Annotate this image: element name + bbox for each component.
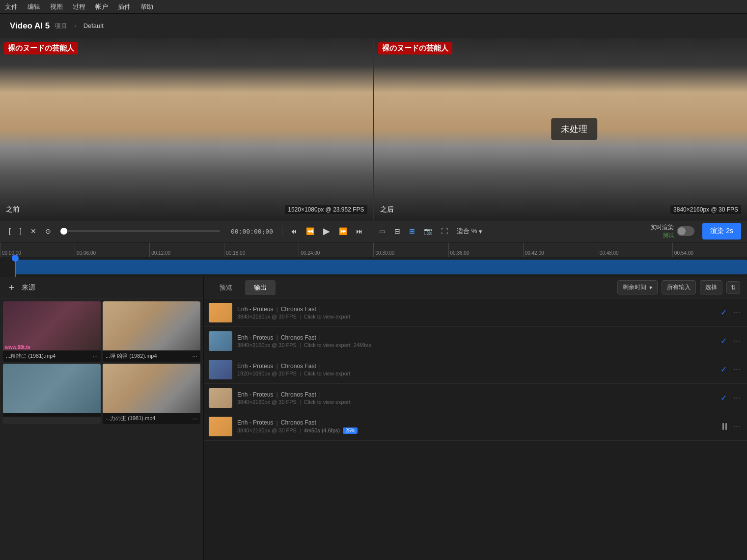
zoom-btn[interactable]: ⊙ [42, 225, 54, 237]
output-meta-4: 3840×2160px @ 30 FPS | Click to view exp… [237, 399, 712, 405]
output-more-3[interactable]: ··· [732, 363, 742, 376]
source-more-2[interactable]: ··· [192, 352, 197, 360]
progress-slider[interactable] [61, 230, 220, 232]
up-down-btn[interactable]: ⇅ [726, 281, 740, 294]
pause-btn-5[interactable] [722, 423, 727, 430]
output-thumb-3 [209, 360, 232, 379]
output-row-4[interactable]: Enh - Proteus | Chronos Fast | 3840×2160… [204, 384, 747, 412]
menu-edit[interactable]: 编辑 [28, 2, 40, 11]
clear-btn[interactable]: ✕ [28, 225, 39, 237]
meta-action-1: Click to view export [304, 314, 351, 320]
output-tags-5: Enh - Proteus | Chronos Fast | [237, 419, 718, 427]
menu-file[interactable]: 文件 [5, 2, 18, 11]
select-btn[interactable]: 选择 [700, 280, 722, 294]
output-check-1: ✓ [720, 308, 727, 317]
tab-output[interactable]: 输出 [245, 280, 276, 295]
capture-btn[interactable]: 📷 [421, 225, 435, 237]
fullscreen-btn[interactable]: ⛶ [438, 225, 451, 237]
tag-sep-5b: | [319, 419, 321, 427]
output-tags-2: Enh - Proteus | Chronos Fast | [237, 334, 712, 341]
sources-title: 来源 [22, 283, 35, 292]
source-item-1[interactable]: ...粗雑に (1981).mp4 ··· www.98t.tv [3, 301, 101, 362]
tag-sep-3b: | [319, 362, 321, 370]
tick-4: 00:24:00 [299, 242, 373, 257]
output-meta-2: 3840×2160px @ 30 FPS | Click to view exp… [237, 342, 712, 348]
tag-chronos-4: Chronos Fast [281, 391, 316, 398]
tag-sep-2b: | [319, 334, 321, 341]
fit-label: 适合 % [457, 227, 477, 236]
output-more-4[interactable]: ··· [732, 392, 742, 404]
step-back-btn[interactable]: ⏪ [303, 225, 317, 237]
output-row-3[interactable]: Enh - Proteus | Chronos Fast | 1920×1080… [204, 355, 747, 384]
source-footer-4: ...力の王 (1981).mp4 ··· [103, 413, 200, 424]
project-label[interactable]: 项目 [55, 22, 67, 30]
timeline-playhead[interactable] [15, 257, 16, 277]
source-thumb-1 [3, 301, 101, 350]
overlay-text-right: 裸のヌードの芸能人 [378, 42, 452, 54]
all-inputs-btn[interactable]: 所有输入 [662, 280, 696, 294]
tag-proteus-4: Enh - Proteus [237, 391, 273, 398]
tick-0: 00:00:00 [0, 242, 75, 257]
menu-view[interactable]: 视图 [50, 2, 63, 11]
overlay-text-left: 裸のヌードの芸能人 [4, 42, 78, 54]
tab-preview[interactable]: 预览 [211, 280, 241, 295]
step-forward-btn[interactable]: ⏩ [336, 225, 350, 237]
render-btn[interactable]: 渲染 2s [702, 223, 741, 240]
preview-after-label: 之后 [380, 205, 394, 214]
menu-plugin[interactable]: 插件 [118, 2, 131, 11]
pause-bar-2 [725, 423, 727, 430]
menu-help[interactable]: 帮助 [140, 2, 153, 11]
output-row-1[interactable]: Enh - Proteus | Chronos Fast | 3840×2160… [204, 298, 747, 327]
source-name-4: ...力の王 (1981).mp4 [106, 415, 155, 422]
output-more-1[interactable]: ··· [732, 306, 742, 319]
output-row-5[interactable]: Enh - Proteus | Chronos Fast | 3840×2160… [204, 412, 747, 441]
source-item-2[interactable]: ...弾 凶弾 (1982).mp4 ··· [103, 301, 200, 362]
bracket-open-btn[interactable]: [ [6, 225, 14, 237]
source-more-1[interactable]: ··· [92, 352, 98, 360]
menu-process[interactable]: 过程 [73, 2, 85, 11]
tag-proteus-5: Enh - Proteus [237, 419, 273, 426]
source-thumb-4 [103, 364, 200, 413]
output-tags-3: Enh - Proteus | Chronos Fast | [237, 362, 712, 370]
pause-bar-1 [722, 423, 724, 430]
meta-extra-2: 24Mb/s [354, 342, 371, 348]
menubar: 文件 编辑 视图 过程 帐户 插件 帮助 [0, 0, 747, 14]
sort-label: 剩余时间 [623, 283, 646, 292]
sources-panel: + 来源 ...粗雑に (1981).mp4 ··· www.98t.tv ..… [0, 277, 204, 560]
output-more-5[interactable]: ··· [732, 420, 742, 433]
source-item-4[interactable]: ...力の王 (1981).mp4 ··· [103, 364, 200, 424]
realtime-toggle[interactable] [677, 226, 694, 236]
output-more-2[interactable]: ··· [732, 335, 742, 347]
tag-sep-5a: | [276, 419, 277, 427]
fit-dropdown[interactable]: 适合 % ▾ [454, 225, 485, 238]
meta-action-2: Click to view export [304, 342, 351, 348]
meta-res-5: 3840×2160px @ 30 FPS [237, 427, 297, 433]
menu-account[interactable]: 帐户 [95, 2, 108, 11]
add-source-btn[interactable]: + [7, 283, 17, 293]
output-row-2[interactable]: Enh - Proteus | Chronos Fast | 3840×2160… [204, 327, 747, 355]
preview-left-panel[interactable]: 裸のヌードの芸能人 之前 1520×1080px @ 23.952 FPS [0, 38, 373, 220]
realtime-render-group: 实时渲染 测试 [650, 223, 694, 239]
skip-start-btn[interactable]: ⏮ [287, 225, 300, 237]
compare-view-btn[interactable]: ⊞ [406, 225, 418, 237]
sort-dropdown[interactable]: 剩余时间 ▾ [617, 280, 658, 294]
meta-action-3: Click to view export [304, 371, 351, 376]
output-tags-1: Enh - Proteus | Chronos Fast | [237, 305, 712, 313]
fit-chevron-icon: ▾ [479, 228, 482, 235]
play-btn[interactable]: ▶ [320, 224, 333, 239]
source-more-4[interactable]: ··· [192, 415, 197, 422]
timeline-track[interactable] [0, 257, 747, 277]
output-thumb-2 [209, 331, 232, 351]
tag-sep-1b: | [319, 305, 321, 313]
bracket-close-btn[interactable]: ] [17, 225, 25, 237]
source-item-3[interactable] [3, 364, 101, 424]
timeline-ruler: 00:00:00 00:06:00 00:12:00 00:18:00 00:2… [0, 242, 747, 257]
split-view-btn[interactable]: ⊟ [391, 225, 403, 237]
divider-1 [282, 226, 282, 236]
output-thumb-4 [209, 388, 232, 408]
preview-right-panel[interactable]: 裸のヌードの芸能人 未处理 之后 3840×2160px @ 30 FPS [373, 38, 747, 220]
source-name-1: ...粗雑に (1981).mp4 [6, 352, 55, 360]
timeline-clip[interactable] [15, 260, 747, 274]
skip-end-btn[interactable]: ⏭ [353, 225, 366, 237]
loop-btn[interactable]: ▭ [376, 225, 388, 237]
